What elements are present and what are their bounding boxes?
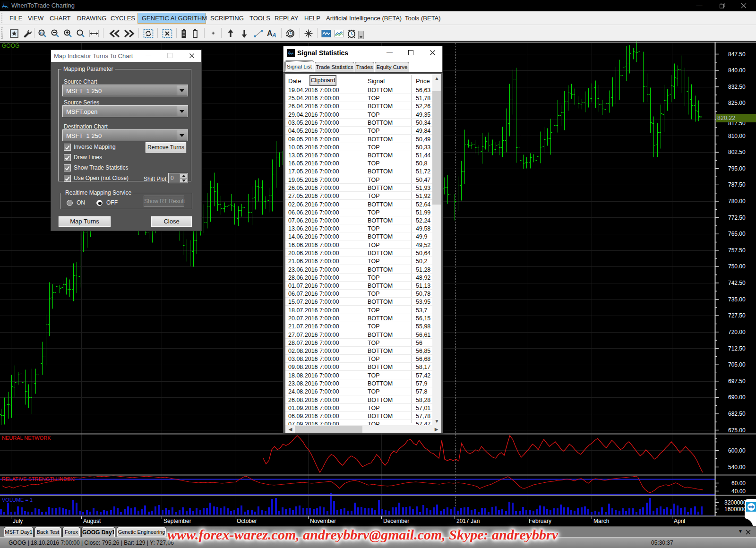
svg-text:August: August xyxy=(83,518,101,524)
svg-text:July: July xyxy=(13,518,23,524)
svg-text:765.00: 765.00 xyxy=(728,231,746,237)
svg-text:750.00: 750.00 xyxy=(728,263,746,270)
svg-text:540.00: 540.00 xyxy=(728,464,746,471)
svg-text:847.50: 847.50 xyxy=(728,51,746,58)
svg-text:727.50: 727.50 xyxy=(728,312,746,319)
svg-text:RELATIVE STRENGTH INDEXI: RELATIVE STRENGTH INDEXI xyxy=(2,476,76,482)
svg-text:825.00: 825.00 xyxy=(728,100,746,106)
svg-text:705.00: 705.00 xyxy=(728,361,746,368)
svg-text:742.50: 742.50 xyxy=(728,280,746,286)
svg-text:682.50: 682.50 xyxy=(728,411,746,417)
svg-text:757.50: 757.50 xyxy=(728,247,746,254)
svg-text:675.00: 675.00 xyxy=(728,427,746,434)
svg-text:795.00: 795.00 xyxy=(728,165,746,172)
svg-text:March: March xyxy=(593,518,609,524)
svg-text:712.50: 712.50 xyxy=(728,345,746,352)
svg-text:40.00: 40.00 xyxy=(731,488,746,495)
svg-text:VOLUME = 1: VOLUME = 1 xyxy=(2,497,33,503)
svg-text:NEURAL NETWORK: NEURAL NETWORK xyxy=(2,435,51,441)
svg-text:November: November xyxy=(310,518,336,524)
svg-text:840.00: 840.00 xyxy=(728,67,746,74)
svg-text:735.00: 735.00 xyxy=(728,296,746,303)
svg-text:820.22: 820.22 xyxy=(717,115,735,121)
svg-text:December: December xyxy=(383,518,409,524)
svg-text:3200000: 3200000 xyxy=(724,499,747,506)
svg-text:802.50: 802.50 xyxy=(728,149,746,155)
svg-text:780.00: 780.00 xyxy=(728,198,746,205)
svg-text:GOOG: GOOG xyxy=(2,43,19,49)
svg-text:1600000: 1600000 xyxy=(724,506,747,513)
svg-text:697.50: 697.50 xyxy=(728,378,746,385)
svg-text:787.50: 787.50 xyxy=(728,181,746,188)
svg-text:832.50: 832.50 xyxy=(728,84,746,90)
svg-text:60.00: 60.00 xyxy=(731,480,746,487)
svg-text:772.50: 772.50 xyxy=(728,214,746,221)
svg-text:September: September xyxy=(163,518,191,524)
svg-text:October: October xyxy=(237,518,257,524)
svg-text:2017 Jan: 2017 Jan xyxy=(456,518,480,524)
svg-text:720.00: 720.00 xyxy=(728,329,746,335)
svg-text:February: February xyxy=(529,518,551,524)
svg-text:600.00: 600.00 xyxy=(728,447,746,454)
svg-text:April: April xyxy=(674,518,685,524)
svg-text:810.00: 810.00 xyxy=(728,133,746,139)
svg-text:690.00: 690.00 xyxy=(728,394,746,401)
